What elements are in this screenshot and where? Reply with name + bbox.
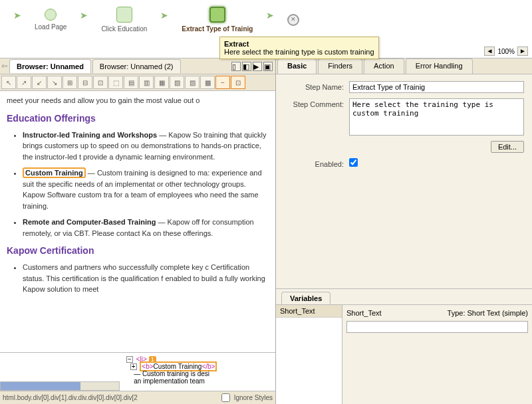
toolbar-button[interactable]: ↖ bbox=[1, 76, 16, 89]
zoom-right-button[interactable]: ► bbox=[517, 47, 528, 56]
enabled-checkbox[interactable] bbox=[349, 158, 358, 167]
toolbar-button[interactable]: ▦ bbox=[154, 76, 169, 89]
toolbar-button[interactable]: ▩ bbox=[200, 76, 215, 89]
window-icon[interactable]: ▣ bbox=[263, 62, 273, 71]
workflow-step-extract[interactable]: Extract Type of Trainig bbox=[182, 7, 253, 33]
zoom-fit-button[interactable]: ⊡ bbox=[231, 76, 245, 89]
list-item: Customers and partners who successfully … bbox=[23, 262, 269, 295]
breadcrumb-bar: html.body.div[0].div[1].div.div.div[0].d… bbox=[0, 391, 275, 404]
zoom-control: ◄ 100% ► bbox=[484, 47, 528, 56]
end-node-icon bbox=[287, 14, 299, 26]
toolbar-button[interactable]: ⬚ bbox=[108, 76, 123, 89]
workflow-tooltip: Extract Here select the training type is… bbox=[219, 37, 379, 59]
browser-tab-2[interactable]: Browser: Unnamed (2) bbox=[92, 59, 181, 73]
node-label: Click Education bbox=[101, 25, 147, 33]
workflow-step-click[interactable]: Click Education bbox=[101, 7, 147, 33]
node-label: Load Page bbox=[35, 23, 66, 31]
content-text: meet your needs and allow you to gain th… bbox=[7, 95, 269, 106]
toolbar-button[interactable]: ▥ bbox=[139, 76, 154, 89]
step-name-label: Step Name: bbox=[284, 81, 344, 91]
tab-action[interactable]: Action bbox=[364, 58, 404, 74]
step-node-icon bbox=[209, 7, 225, 23]
list-item: Custom Training — Custom training is des… bbox=[23, 167, 269, 211]
list-item: Instructor-led Training and Workshops — … bbox=[23, 130, 269, 163]
arrow-icon: ➤ bbox=[13, 10, 21, 21]
properties-pane: Basic Finders Action Error Handling Step… bbox=[276, 58, 532, 404]
tab-nav-left[interactable]: ⇦ bbox=[0, 62, 8, 70]
edit-button[interactable]: Edit... bbox=[491, 141, 524, 153]
variable-type: Type: Short Text (simple) bbox=[448, 309, 528, 317]
toolbar-button[interactable]: ⊟ bbox=[78, 76, 92, 89]
ignore-styles-checkbox[interactable] bbox=[221, 393, 230, 402]
tree-collapse-icon[interactable]: − bbox=[126, 356, 133, 363]
selected-element[interactable]: Custom Training bbox=[23, 167, 86, 178]
window-icon[interactable]: ◧ bbox=[242, 62, 251, 71]
browser-toolbar: ↖ ↗ ↙ ↘ ⊞ ⊟ ⊡ ⬚ ▤ ▥ ▦ ▧ ▨ ▩ − ⊡ bbox=[0, 74, 275, 91]
toolbar-button[interactable]: ▤ bbox=[124, 76, 138, 89]
toolbar-button[interactable]: ↙ bbox=[32, 76, 47, 89]
heading-certification: Kapow Certification bbox=[7, 244, 269, 258]
step-name-input[interactable] bbox=[349, 81, 524, 93]
zoom-value: 100% bbox=[497, 48, 515, 55]
tree-expand-icon[interactable]: + bbox=[130, 363, 137, 370]
browser-tab-1[interactable]: Browser: Unnamed bbox=[9, 59, 91, 73]
variables-tab[interactable]: Variables bbox=[281, 292, 331, 304]
toolbar-button[interactable]: ⊡ bbox=[93, 76, 108, 89]
workflow-end[interactable] bbox=[287, 14, 299, 26]
zoom-left-button[interactable]: ◄ bbox=[484, 47, 495, 56]
zoom-out-button[interactable]: − bbox=[215, 76, 230, 89]
toolbar-button[interactable]: ↗ bbox=[17, 76, 31, 89]
workflow-canvas[interactable]: ➤ Load Page ➤ Click Education ➤ Extract … bbox=[0, 0, 532, 58]
variable-value-field[interactable] bbox=[346, 321, 528, 333]
variable-name: Short_Text bbox=[346, 309, 382, 317]
variable-item[interactable]: Short_Text bbox=[276, 305, 342, 318]
arrow-icon: ➤ bbox=[80, 10, 88, 21]
arrow-icon: ➤ bbox=[160, 10, 168, 21]
tab-error-handling[interactable]: Error Handling bbox=[406, 58, 473, 74]
heading-education: Education Offerings bbox=[7, 112, 269, 126]
scrollbar[interactable] bbox=[0, 381, 120, 391]
toolbar-button[interactable]: ▧ bbox=[170, 76, 184, 89]
node-label: Extract Type of Trainig bbox=[182, 25, 253, 33]
list-item: Remote and Computer-Based Training — Kap… bbox=[23, 217, 269, 239]
dom-path[interactable]: html.body.div[0].div[1].div.div.div[0].d… bbox=[3, 394, 138, 401]
variables-list[interactable]: Short_Text bbox=[276, 305, 342, 404]
play-icon[interactable]: ▶ bbox=[253, 62, 262, 71]
page-content[interactable]: meet your needs and allow you to gain th… bbox=[0, 91, 275, 352]
toolbar-button[interactable]: ↘ bbox=[47, 76, 62, 89]
toolbar-button[interactable]: ▨ bbox=[185, 76, 200, 89]
enabled-label: Enabled: bbox=[284, 158, 344, 168]
step-comment-input[interactable]: Here select the training type is custom … bbox=[349, 98, 524, 136]
step-comment-label: Step Comment: bbox=[284, 98, 344, 108]
dom-tree[interactable]: − <li> 1 + <b>Custom Training</b> — Cust… bbox=[0, 352, 275, 391]
start-node-icon bbox=[45, 9, 57, 21]
arrow-icon: ➤ bbox=[266, 10, 274, 21]
step-node-icon bbox=[116, 7, 132, 23]
ignore-styles-label: Ignore Styles bbox=[234, 394, 273, 401]
tab-finders[interactable]: Finders bbox=[318, 58, 362, 74]
workflow-start[interactable]: Load Page bbox=[35, 9, 66, 31]
tab-basic[interactable]: Basic bbox=[277, 58, 317, 74]
browser-pane: ⇦ Browser: Unnamed Browser: Unnamed (2) … bbox=[0, 58, 276, 404]
toolbar-button[interactable]: ⊞ bbox=[63, 76, 77, 89]
window-icon[interactable]: ▯ bbox=[231, 62, 241, 71]
